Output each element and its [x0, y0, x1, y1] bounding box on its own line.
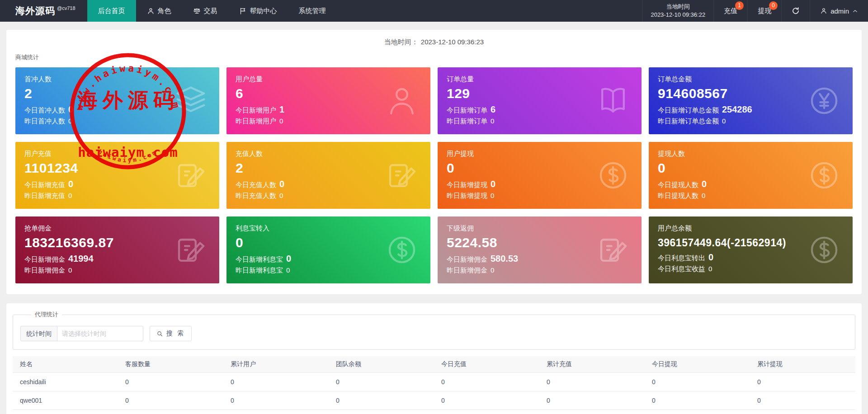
stat-yesterday-label: 今日利息宝收益 — [658, 265, 705, 273]
cell-name: 123777 — [13, 410, 118, 414]
stat-card-title: 订单总金额 — [658, 75, 844, 84]
menu-item-system[interactable]: 系统管理 — [288, 0, 337, 22]
menu-item-label: 帮助中心 — [250, 7, 277, 15]
yen-circle-icon — [807, 83, 842, 118]
cell-value: 0 — [434, 391, 539, 410]
cell-value: 0 — [329, 391, 434, 410]
search-icon — [156, 330, 163, 337]
cell-value: 0 — [645, 410, 750, 414]
stat-today-label: 今日新增利息宝 — [236, 255, 283, 263]
stat-today-value: 0 — [68, 104, 73, 114]
col-header-service-count: 客服数量 — [118, 356, 223, 373]
stat-time-input[interactable] — [57, 326, 143, 341]
content-time-value: 2023-12-10 09:36:23 — [421, 38, 484, 46]
stat-card-recharge-users: 充值人数 2 今日充值人数0 昨日充值人数0 — [226, 142, 430, 209]
cell-value: 0 — [539, 391, 645, 410]
stat-card-total-orders: 订单总量 129 今日新增订单6 昨日新增订单0 — [438, 67, 642, 134]
note-pencil-icon — [173, 232, 208, 268]
brand-tag: @cv718 — [57, 5, 75, 11]
stat-card-interest-transfer-in: 利息宝转入 0 今日新增利息宝0 昨日新增利息宝0 — [226, 216, 430, 283]
menu-item-home[interactable]: 后台首页 — [87, 0, 136, 22]
menu-item-help-center[interactable]: 帮助中心 — [228, 0, 288, 22]
stat-yesterday-label: 昨日新增订单总金额 — [658, 117, 719, 125]
stat-card-title: 用户总余额 — [658, 224, 844, 233]
agent-table-header-row: 姓名 客服数量 累计用户 团队余额 今日充值 累计充值 今日提现 累计提现 — [13, 356, 855, 373]
stat-yesterday-label: 昨日新增佣金 — [24, 266, 65, 274]
menu-item-label: 系统管理 — [299, 7, 326, 15]
note-pencil-icon — [173, 158, 208, 193]
stat-time-label: 统计时间 — [20, 326, 57, 341]
stat-card-sub-rebate: 下级返佣 5224.58 今日新增佣金580.53 昨日新增佣金0 — [438, 216, 642, 283]
stat-today-label: 今日新增用户 — [236, 106, 276, 114]
stat-yesterday-value: 0 — [491, 266, 494, 274]
col-header-name: 姓名 — [13, 356, 118, 373]
table-row: qwe001 0 0 0 0 0 0 0 — [13, 391, 855, 410]
cell-value: 0 — [539, 410, 645, 414]
stat-today-label: 今日新增订单总金额 — [658, 106, 719, 114]
main-menu: 后台首页 角色 交易 帮助中心 系统管理 — [87, 0, 337, 22]
cell-value: 0 — [750, 373, 855, 391]
col-header-total-recharge: 累计充值 — [539, 356, 645, 373]
stat-yesterday-label: 昨日首冲人数 — [24, 117, 65, 125]
shop-stats-panel: 当地时间：2023-12-10 09:36:23 商城统计 首冲人数 2 今日首… — [6, 30, 862, 294]
dollar-circle-icon — [595, 158, 631, 193]
stat-today-value: 41994 — [68, 254, 94, 263]
stat-card-total-order-amount: 订单总金额 914608567 今日新增订单总金额254286 昨日新增订单总金… — [649, 67, 853, 134]
navbar-right: 当地时间 2023-12-10 09:36:22 充值 1 提现 0 admin — [642, 0, 868, 22]
menu-item-label: 角色 — [158, 7, 171, 15]
stat-today-label: 今日新增订单 — [447, 106, 487, 114]
content-time-label: 当地时间： — [384, 38, 418, 46]
stat-yesterday-value: 0 — [702, 192, 705, 199]
chevron-up-icon — [852, 8, 858, 14]
cell-name: qwe001 — [13, 391, 118, 410]
note-pencil-icon — [595, 232, 631, 268]
cell-value: 0 — [118, 410, 223, 414]
menu-item-trade[interactable]: 交易 — [182, 0, 228, 22]
stat-card-title: 首冲人数 — [24, 75, 210, 84]
brand-logo[interactable]: 海外源码 @cv718 — [0, 0, 87, 22]
stat-today-value: 0 — [279, 179, 284, 189]
user-menu[interactable]: admin — [810, 0, 868, 22]
username: admin — [830, 7, 849, 15]
local-time-label: 当地时间 — [666, 3, 690, 11]
stat-card-first-recharge-users: 首冲人数 2 今日首冲人数0 昨日首冲人数0 — [15, 67, 219, 134]
menu-item-label: 后台首页 — [98, 7, 125, 15]
stat-card-total-users: 用户总量 6 今日新增用户1 昨日新增用户0 — [226, 67, 430, 134]
cell-value: 0 — [329, 373, 434, 391]
refresh-button[interactable] — [781, 0, 810, 22]
stat-card-title: 用户提现 — [447, 150, 632, 158]
menu-item-roles[interactable]: 角色 — [136, 0, 182, 22]
layers-icon — [173, 83, 208, 118]
stat-yesterday-value: 0 — [68, 117, 72, 125]
withdraw-button[interactable]: 提现 0 — [747, 0, 781, 22]
stat-today-value: 0 — [708, 252, 713, 262]
table-row: ceshidaili 0 0 0 0 0 0 0 — [13, 373, 855, 391]
search-button[interactable]: 搜 索 — [150, 326, 192, 341]
navbar: 海外源码 @cv718 后台首页 角色 交易 帮助中心 系统管理 当地时间 20… — [0, 0, 868, 22]
col-header-team-balance: 团队余额 — [329, 356, 434, 373]
note-pencil-icon — [384, 158, 420, 193]
stat-today-label: 今日新增提现 — [447, 181, 487, 188]
stat-today-value: 254286 — [722, 104, 752, 114]
agent-table: 姓名 客服数量 累计用户 团队余额 今日充值 累计充值 今日提现 累计提现 ce… — [13, 356, 855, 414]
cell-value: 0 — [539, 373, 645, 391]
recharge-button[interactable]: 充值 1 — [713, 0, 747, 22]
table-row: 123777 0 0 0 0 0 0 0 — [13, 410, 855, 414]
menu-item-label: 交易 — [204, 7, 217, 15]
dollar-circle-icon — [807, 158, 842, 193]
stat-today-label: 今日充值人数 — [236, 181, 276, 188]
stat-card-title: 用户总量 — [236, 75, 421, 84]
flag-icon — [239, 7, 247, 15]
stat-yesterday-value: 0 — [68, 192, 72, 199]
stat-today-label: 今日新增佣金 — [24, 255, 65, 263]
cell-value: 0 — [118, 373, 223, 391]
stat-today-value: 0 — [702, 179, 707, 189]
stat-today-value: 0 — [491, 179, 495, 189]
cell-value: 0 — [645, 391, 750, 410]
stat-today-value: 0 — [286, 254, 291, 263]
stat-card-total-balance: 用户总余额 396157449.64(-21562914) 今日利息宝转出0 今… — [649, 216, 853, 283]
stat-card-title: 提现人数 — [658, 150, 844, 158]
stat-yesterday-value: 0 — [708, 265, 712, 273]
agent-stats-legend: 代理统计 — [31, 310, 62, 319]
local-time-value: 2023-12-10 09:36:22 — [651, 11, 705, 19]
